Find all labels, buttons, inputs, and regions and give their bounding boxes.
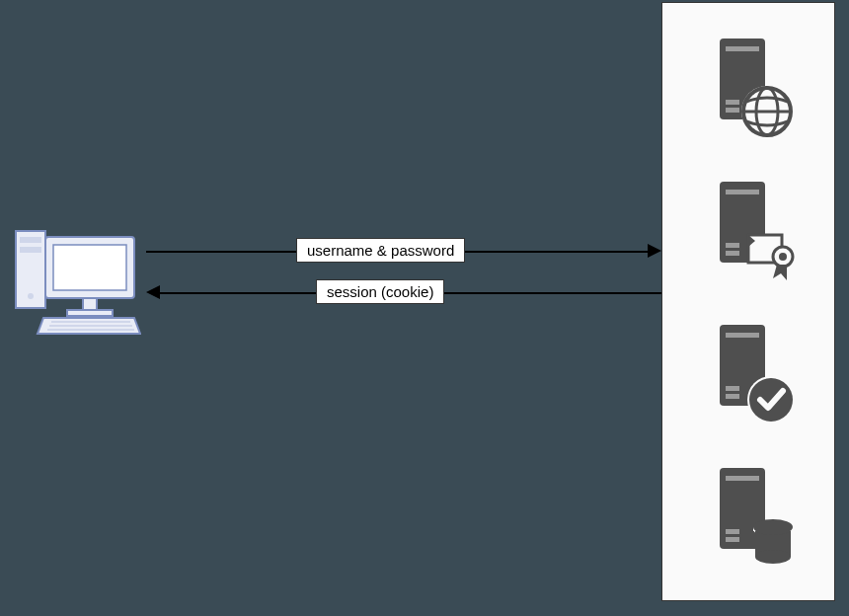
- response-label: session (cookie): [316, 279, 444, 304]
- web-server-icon: [694, 33, 803, 141]
- svg-rect-28: [726, 333, 759, 338]
- svg-rect-23: [726, 251, 739, 256]
- auth-architecture-diagram: username & password session (cookie): [0, 0, 849, 616]
- client-computer-icon: [8, 219, 141, 340]
- svg-rect-6: [83, 298, 97, 310]
- svg-point-42: [753, 519, 793, 535]
- svg-point-3: [28, 293, 34, 299]
- database-server-icon: [694, 462, 803, 571]
- svg-rect-15: [726, 108, 739, 113]
- auth-server-icon: [694, 176, 803, 284]
- svg-rect-2: [20, 247, 41, 253]
- svg-point-26: [779, 253, 787, 261]
- server-stack-panel: [661, 2, 835, 601]
- svg-rect-13: [726, 46, 759, 51]
- svg-point-32: [749, 378, 793, 422]
- validation-server-icon: [694, 319, 803, 427]
- svg-rect-29: [726, 386, 739, 391]
- request-label: username & password: [296, 238, 465, 263]
- svg-point-40: [755, 550, 791, 564]
- svg-rect-34: [726, 476, 759, 481]
- svg-rect-21: [726, 190, 759, 194]
- svg-rect-14: [726, 100, 739, 105]
- svg-rect-35: [726, 529, 739, 534]
- svg-rect-1: [20, 237, 41, 243]
- svg-rect-22: [726, 243, 739, 248]
- svg-rect-30: [726, 394, 739, 399]
- svg-rect-5: [53, 245, 126, 290]
- svg-rect-7: [67, 310, 113, 316]
- svg-rect-36: [726, 537, 739, 542]
- response-arrowhead-icon: [146, 285, 160, 299]
- request-arrowhead-icon: [648, 244, 661, 258]
